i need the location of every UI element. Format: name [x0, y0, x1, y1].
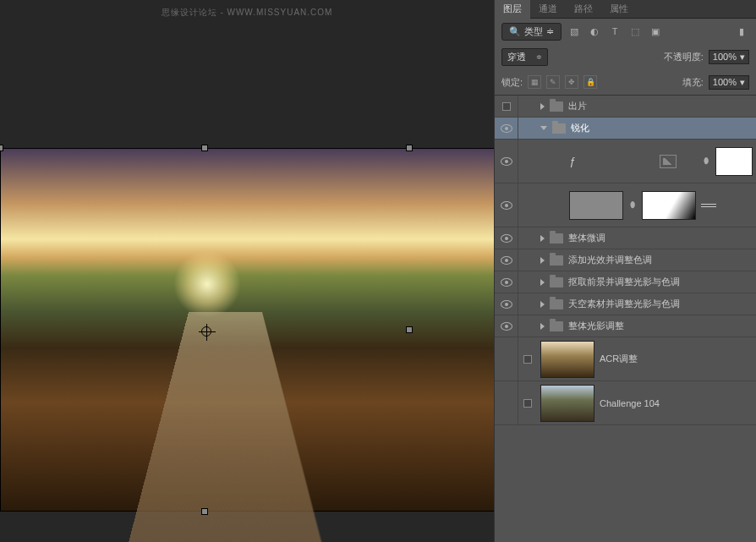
transform-center-icon[interactable] [201, 326, 211, 337]
layer-name[interactable]: 锐化 [571, 122, 589, 134]
folder-icon [550, 101, 563, 112]
folder-icon [550, 233, 563, 244]
filter-toggle-icon[interactable]: ▮ [734, 24, 749, 39]
adjustment-icon [660, 155, 677, 168]
visibility-toggle[interactable] [495, 96, 518, 117]
lock-transparency-icon[interactable]: ▦ [528, 75, 541, 89]
eye-icon [501, 234, 512, 243]
mask-thumbnail[interactable] [715, 147, 753, 176]
layer-name[interactable]: 天空素材并调整光影与色调 [568, 298, 680, 310]
eye-icon [501, 124, 512, 133]
visibility-toggle[interactable] [495, 249, 518, 271]
eye-icon [501, 157, 512, 166]
filter-type-icon[interactable]: T [607, 24, 622, 39]
eye-icon [501, 201, 512, 210]
layer-group-sky[interactable]: 天空素材并调整光影与色调 [495, 293, 756, 315]
lock-label: 锁定: [501, 76, 523, 89]
link-icon: ⬮ [702, 156, 710, 167]
eye-icon [501, 278, 512, 287]
layer-name[interactable]: 抠取前景并调整光影与色调 [568, 276, 680, 288]
layer-name[interactable]: 整体光影调整 [568, 320, 624, 332]
filter-row: 🔍 类型 ≑ ▧ ◐ T ⬚ ▣ ▮ [495, 19, 756, 44]
tab-paths[interactable]: 路径 [566, 0, 601, 19]
layer-thumbnail[interactable] [569, 191, 623, 220]
panel-tabs: 图层 通道 路径 属性 [495, 0, 756, 19]
layer-group-output[interactable]: 出片 [495, 96, 756, 118]
blend-mode-dropdown[interactable]: 穿透 ≑ [501, 48, 548, 66]
tab-properties[interactable]: 属性 [601, 0, 637, 19]
layer-name[interactable]: 出片 [568, 100, 587, 112]
layer-name[interactable]: 整体微调 [568, 232, 605, 244]
disclosure-icon[interactable] [540, 323, 545, 330]
transform-handle-top-left[interactable] [0, 145, 3, 151]
layer-thumbnail[interactable] [540, 341, 594, 378]
lock-position-icon[interactable]: ✥ [565, 75, 578, 89]
lock-pixels-icon[interactable]: ✎ [546, 75, 560, 89]
folder-open-icon [552, 123, 566, 134]
layer-group-fine-tune[interactable]: 整体微调 [495, 227, 756, 249]
visibility-toggle[interactable] [495, 227, 518, 249]
visibility-toggle[interactable] [495, 381, 518, 424]
folder-icon [550, 299, 563, 309]
caret-icon: ▾ [740, 52, 745, 63]
disclosure-icon[interactable] [540, 257, 545, 264]
tab-layers[interactable]: 图层 [495, 0, 530, 19]
layer-acr[interactable]: ACR调整 [495, 337, 756, 381]
disclosure-icon[interactable] [540, 301, 545, 308]
transform-handle-top-right[interactable] [406, 145, 413, 151]
caret-icon: ▾ [740, 77, 745, 88]
tab-channels[interactable]: 通道 [530, 0, 566, 19]
layer-group-overall[interactable]: 整体光影调整 [495, 315, 756, 337]
transform-handle-mid-right[interactable] [406, 326, 413, 333]
disclosure-icon[interactable] [540, 126, 547, 130]
visibility-toggle[interactable] [495, 183, 518, 227]
layer-group-sharpen[interactable]: 锐化 [495, 118, 756, 140]
watermark-text: 思缘设计论坛 - WWW.MISSYUAN.COM [162, 7, 333, 19]
disclosure-icon[interactable] [540, 279, 545, 286]
layer-name[interactable]: ACR调整 [600, 353, 638, 365]
caret-icon: ≑ [546, 26, 554, 37]
lock-all-icon[interactable]: 🔒 [583, 75, 597, 89]
blend-row: 穿透 ≑ 不透明度: 100% ▾ [495, 44, 756, 69]
transform-handle-bottom-center[interactable] [201, 508, 208, 515]
layer-group-glow[interactable]: 添加光效并调整色调 [495, 249, 756, 271]
fill-label: 填充: [682, 76, 704, 89]
lock-row: 锁定: ▦ ✎ ✥ 🔒 填充: 100% ▾ [495, 69, 756, 95]
search-icon: 🔍 [509, 26, 521, 37]
filter-shape-icon[interactable]: ⬚ [627, 24, 643, 39]
disclosure-icon[interactable] [540, 235, 545, 242]
disclosure-icon[interactable] [540, 103, 545, 110]
eye-icon [501, 322, 512, 331]
eye-icon [501, 256, 512, 265]
eye-icon [501, 300, 512, 309]
opacity-value: 100% [713, 52, 737, 62]
visibility-toggle[interactable] [495, 271, 518, 293]
visibility-toggle[interactable] [495, 118, 518, 139]
folder-icon [550, 277, 563, 287]
visibility-toggle[interactable] [495, 140, 518, 183]
filter-label: 类型 [524, 25, 543, 38]
filter-type-dropdown[interactable]: 🔍 类型 ≑ [501, 23, 562, 41]
layer-thumbnail[interactable] [540, 385, 594, 422]
canvas-image[interactable] [0, 148, 494, 512]
filter-adjustment-icon[interactable]: ◐ [587, 24, 602, 39]
fill-input[interactable]: 100% ▾ [709, 75, 749, 90]
visibility-toggle[interactable] [495, 337, 518, 380]
layer-smart-object-1[interactable]: ⬮ [495, 183, 756, 227]
filter-smart-icon[interactable]: ▣ [648, 24, 663, 39]
visibility-toggle[interactable] [495, 315, 518, 337]
canvas-area[interactable]: 思缘设计论坛 - WWW.MISSYUAN.COM [0, 0, 494, 542]
layer-challenge[interactable]: Challenge 104 [495, 381, 756, 425]
opacity-input[interactable]: 100% ▾ [709, 50, 749, 64]
layer-name[interactable]: Challenge 104 [600, 398, 660, 408]
layer-adjustment-1[interactable]: ƒ ⬮ [495, 140, 756, 183]
filter-pixel-icon[interactable]: ▧ [567, 24, 582, 39]
mask-thumbnail[interactable] [642, 191, 696, 220]
visibility-toggle[interactable] [495, 293, 518, 315]
transform-handle-top-center[interactable] [201, 145, 208, 151]
layer-name[interactable]: 添加光效并调整色调 [568, 254, 652, 266]
caret-icon: ≑ [536, 53, 542, 61]
link-icon: ⬮ [628, 200, 637, 211]
blend-mode-value: 穿透 [507, 51, 526, 63]
layer-group-foreground[interactable]: 抠取前景并调整光影与色调 [495, 271, 756, 293]
